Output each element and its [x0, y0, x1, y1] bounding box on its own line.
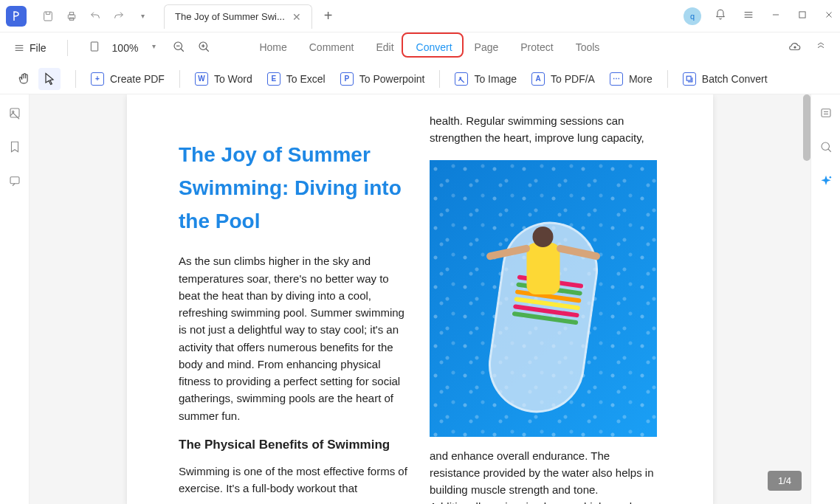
app-logo[interactable]	[6, 6, 27, 27]
user-avatar[interactable]: q	[684, 7, 701, 25]
more-button[interactable]: ⋯More	[610, 72, 653, 86]
svg-rect-14	[91, 42, 97, 51]
vertical-scrollbar[interactable]	[803, 94, 810, 504]
tab-edit[interactable]: Edit	[374, 38, 395, 58]
batch-icon	[683, 72, 696, 86]
zoom-controls: 100%	[89, 40, 211, 56]
file-menu[interactable]: File	[13, 42, 47, 54]
menu-icon[interactable]	[743, 9, 754, 24]
svg-point-32	[829, 176, 831, 179]
save-icon[interactable]	[41, 10, 55, 23]
to-excel-button[interactable]: ETo Excel	[267, 72, 326, 86]
page-view-icon[interactable]	[89, 40, 100, 56]
document-tab[interactable]: The Joy of Summer Swi... ✕	[164, 4, 312, 29]
right-sidebar	[810, 94, 840, 504]
maximize-button[interactable]	[797, 10, 808, 23]
titlebar: ▾ The Joy of Summer Swi... ✕ + q	[0, 0, 840, 32]
svg-rect-2	[69, 12, 73, 14]
tab-tools[interactable]: Tools	[574, 38, 602, 58]
svg-line-16	[181, 49, 184, 52]
document-subheading: The Physical Benefits of Swimming	[179, 438, 407, 452]
tab-page[interactable]: Page	[473, 38, 500, 58]
document-paragraph: and enhance overall endurance. The resis…	[430, 447, 658, 505]
document-image	[430, 160, 657, 437]
tab-comment[interactable]: Comment	[308, 38, 356, 58]
redo-icon[interactable]	[112, 10, 125, 23]
minimize-button[interactable]	[771, 10, 781, 23]
quick-access-toolbar: ▾	[41, 10, 149, 23]
svg-rect-27	[822, 109, 830, 117]
convert-toolbar: +Create PDF WTo Word ETo Excel PTo Power…	[0, 63, 840, 94]
window-controls	[715, 9, 834, 24]
page-indicator[interactable]: 1/4	[768, 471, 802, 491]
zoom-in-button[interactable]	[197, 40, 210, 56]
cloud-icon[interactable]	[788, 40, 802, 56]
image-icon	[455, 72, 468, 86]
create-pdf-icon: +	[91, 72, 104, 86]
left-sidebar	[0, 94, 30, 504]
scrollbar-thumb[interactable]	[803, 94, 810, 161]
bookmarks-icon[interactable]	[8, 140, 21, 156]
undo-icon[interactable]	[89, 10, 102, 23]
svg-rect-23	[686, 76, 691, 80]
tab-home[interactable]: Home	[258, 38, 288, 58]
svg-rect-26	[10, 177, 19, 184]
ribbon-tabs: Home Comment Edit Convert Page Protect T…	[258, 38, 601, 58]
collapse-ribbon-icon[interactable]	[815, 40, 827, 56]
create-pdf-button[interactable]: +Create PDF	[91, 72, 165, 86]
document-title: The Joy of Summer Swimming: Diving into …	[179, 139, 407, 238]
document-paragraph: Swimming is one of the most effective fo…	[179, 463, 407, 497]
thumbnails-icon[interactable]	[8, 106, 21, 122]
close-button[interactable]	[824, 10, 834, 23]
zoom-value[interactable]: 100%	[112, 42, 161, 54]
excel-icon: E	[267, 72, 280, 86]
svg-line-19	[206, 49, 209, 52]
batch-convert-button[interactable]: Batch Convert	[683, 72, 768, 86]
more-icon: ⋯	[610, 72, 623, 86]
document-page: The Joy of Summer Swimming: Diving into …	[127, 94, 713, 504]
hand-tool[interactable]	[13, 68, 35, 90]
svg-rect-1	[68, 15, 75, 18]
to-word-button[interactable]: WTo Word	[195, 72, 252, 86]
dropdown-icon[interactable]: ▾	[136, 10, 149, 23]
notification-icon[interactable]	[715, 9, 726, 24]
svg-rect-24	[10, 108, 19, 117]
document-paragraph: health. Regular swimming sessions can st…	[430, 112, 658, 147]
to-pdfa-button[interactable]: ATo PDF/A	[531, 72, 595, 86]
tab-protect[interactable]: Protect	[519, 38, 554, 58]
svg-line-31	[828, 149, 831, 152]
new-tab-button[interactable]: +	[320, 7, 337, 24]
zoom-out-button[interactable]	[172, 40, 185, 56]
word-icon: W	[195, 72, 208, 86]
to-powerpoint-button[interactable]: PTo Powerpoint	[340, 72, 425, 86]
menubar: File 100% Home Comment Edit Convert Page…	[0, 32, 840, 63]
svg-point-30	[822, 142, 830, 151]
powerpoint-icon: P	[340, 72, 354, 86]
svg-rect-8	[799, 11, 805, 17]
comments-icon[interactable]	[8, 174, 21, 190]
properties-icon[interactable]	[819, 106, 833, 122]
document-viewport[interactable]: The Joy of Summer Swimming: Diving into …	[30, 94, 810, 504]
tab-convert[interactable]: Convert	[415, 38, 454, 58]
pdfa-icon: A	[531, 72, 545, 86]
print-icon[interactable]	[65, 10, 78, 23]
ai-sparkle-icon[interactable]	[819, 174, 833, 192]
main-area: The Joy of Summer Swimming: Diving into …	[0, 94, 840, 504]
to-image-button[interactable]: To Image	[455, 72, 517, 86]
select-tool[interactable]	[38, 68, 61, 90]
tab-close-icon[interactable]: ✕	[292, 11, 301, 23]
svg-rect-0	[44, 12, 52, 21]
document-paragraph: As the sun climbs higher in the sky and …	[179, 252, 407, 424]
tab-title: The Joy of Summer Swi...	[175, 11, 285, 22]
search-icon[interactable]	[819, 140, 833, 156]
